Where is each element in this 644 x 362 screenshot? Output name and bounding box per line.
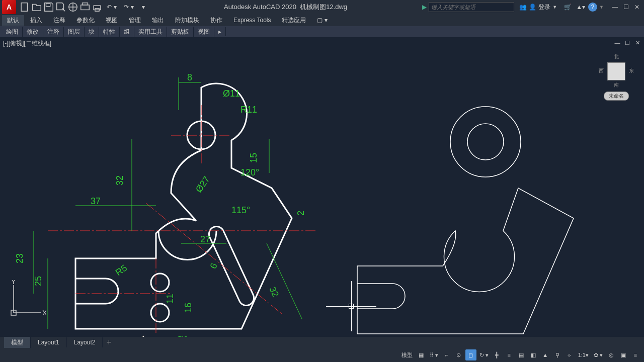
panel-块[interactable]: 块 — [85, 27, 99, 37]
svg-point-30 — [467, 124, 504, 160]
scale-display[interactable]: 1:1 ▾ — [576, 349, 591, 360]
dim-8: 8 — [187, 72, 192, 82]
qat-dropdown-icon[interactable]: ▾ — [138, 2, 149, 13]
people-icon: 👥 — [519, 4, 527, 11]
refresh-icon[interactable]: ↻ ▾ — [477, 349, 491, 360]
signin-button[interactable]: 👥 👤 登录 ▼ — [516, 2, 560, 13]
dim-2: 2 — [296, 211, 306, 216]
dyninput-icon[interactable]: ╋ — [492, 349, 503, 360]
chevron-down-icon[interactable]: ▼ — [599, 5, 604, 10]
tab-add[interactable]: + — [103, 338, 115, 347]
saveas-icon[interactable] — [55, 2, 66, 13]
menu-协作[interactable]: 协作 — [205, 15, 227, 26]
isolate-icon[interactable]: ◎ — [606, 349, 617, 360]
dim-32b: 32 — [267, 285, 281, 299]
lineweight-icon[interactable]: ≡ — [504, 349, 515, 360]
chevron-down-icon: ▼ — [552, 5, 557, 10]
customize-icon[interactable]: ≡ — [630, 349, 641, 360]
gear-icon[interactable]: ✿ ▾ — [592, 349, 605, 360]
autoscale-icon[interactable]: ⟐ — [564, 349, 575, 360]
dim-d27: Ø27 — [194, 174, 212, 194]
osnap-icon[interactable]: ◻ — [465, 349, 476, 360]
hardware-icon[interactable]: ▣ — [618, 349, 629, 360]
menu-Express Tools[interactable]: Express Tools — [228, 16, 276, 25]
login-label: 登录 — [538, 3, 550, 12]
close-button[interactable]: ✕ — [632, 2, 642, 12]
svg-point-10 — [151, 304, 169, 322]
svg-text:Y: Y — [11, 280, 16, 286]
app-logo[interactable]: A — [2, 0, 16, 14]
web-icon[interactable] — [67, 2, 78, 13]
plot-icon[interactable] — [79, 2, 91, 13]
menu-默认[interactable]: 默认 — [2, 15, 24, 26]
status-model[interactable]: 模型 — [399, 349, 415, 360]
dim-37: 37 — [91, 196, 101, 206]
minimize-button[interactable]: — — [610, 2, 620, 12]
transparency-icon[interactable]: ▤ — [516, 349, 527, 360]
help-icon[interactable]: ? — [588, 3, 597, 12]
print-icon[interactable] — [92, 2, 103, 13]
dim-23: 23 — [15, 253, 25, 263]
panel-组[interactable]: 组 — [120, 27, 134, 37]
panel-实用工具[interactable]: 实用工具 — [134, 27, 167, 37]
save-icon[interactable] — [43, 2, 54, 13]
panel-特性[interactable]: 特性 — [99, 27, 120, 37]
menu-输出[interactable]: 输出 — [147, 15, 169, 26]
search-play-icon[interactable]: ▶ — [422, 4, 427, 11]
svg-rect-4 — [83, 3, 88, 5]
dim-120: 120° — [240, 167, 259, 177]
tab-Layout2[interactable]: Layout2 — [67, 337, 103, 347]
menu-管理[interactable]: 管理 — [124, 15, 146, 26]
panel-图层[interactable]: 图层 — [64, 27, 85, 37]
svg-point-9 — [151, 274, 169, 292]
search-input[interactable] — [429, 2, 514, 12]
menu-插入[interactable]: 插入 — [25, 15, 47, 26]
tab-模型[interactable]: 模型 — [4, 337, 31, 348]
app-icon[interactable]: ▲▾ — [575, 2, 586, 13]
dim-16: 16 — [183, 303, 193, 313]
menu-注释[interactable]: 注释 — [48, 15, 70, 26]
dim-11a: 11 — [165, 294, 175, 304]
dim-115: 115° — [231, 205, 250, 215]
panel-视图[interactable]: 视图 — [194, 27, 214, 37]
redo-icon[interactable]: ↷ ▾ — [121, 2, 137, 13]
snap-icon[interactable]: ⠿ ▾ — [428, 349, 440, 360]
svg-rect-1 — [46, 4, 50, 7]
svg-line-25 — [267, 243, 302, 319]
cart-icon[interactable]: 🛒 — [562, 2, 573, 13]
dim-r5: R5 — [114, 263, 129, 278]
grid-icon[interactable]: ▦ — [416, 349, 427, 360]
panel-修改[interactable]: 修改 — [23, 27, 43, 37]
tab-Layout1[interactable]: Layout1 — [31, 337, 67, 347]
ribbon-extra[interactable]: ▢ ▾ — [312, 16, 332, 25]
menu-视图[interactable]: 视图 — [101, 15, 123, 26]
cycling-icon[interactable]: ◧ — [528, 349, 539, 360]
dim-r11: R11 — [240, 105, 257, 115]
panel-more[interactable]: ▸ — [214, 27, 226, 36]
svg-rect-0 — [21, 3, 27, 12]
annomonitor-icon[interactable]: ⚲ — [552, 349, 563, 360]
dim-27: 27 — [200, 234, 210, 244]
dim-15: 15 — [249, 153, 259, 163]
polar-icon[interactable]: ⊙ — [453, 349, 464, 360]
maximize-button[interactable]: ☐ — [621, 2, 631, 12]
ucs-icon[interactable]: Y X — [6, 280, 46, 322]
menu-参数化[interactable]: 参数化 — [71, 15, 100, 26]
menu-精选应用[interactable]: 精选应用 — [277, 15, 311, 26]
undo-icon[interactable]: ↶ ▾ — [104, 2, 120, 13]
window-title: Autodesk AutoCAD 2020 机械制图12.dwg — [149, 3, 422, 12]
svg-text:X: X — [42, 309, 46, 317]
drawing-canvas[interactable]: 8 Ø11 R11 32 15 120° Ø27 37 115° 2 27 23… — [0, 37, 644, 337]
ortho-icon[interactable]: ⌐ — [441, 349, 452, 360]
dim-d11: Ø11 — [223, 88, 240, 99]
open-icon[interactable] — [31, 2, 42, 13]
dim-32a: 32 — [115, 175, 125, 186]
panel-绘图[interactable]: 绘图 — [2, 27, 23, 37]
menu-附加模块[interactable]: 附加模块 — [170, 15, 204, 26]
svg-rect-3 — [81, 5, 90, 10]
new-icon[interactable] — [19, 2, 30, 13]
annoscale-icon[interactable]: ▲ — [540, 349, 551, 360]
panel-注释[interactable]: 注释 — [43, 27, 64, 37]
dim-6: 6 — [208, 261, 219, 270]
panel-剪贴板[interactable]: 剪贴板 — [167, 27, 194, 37]
